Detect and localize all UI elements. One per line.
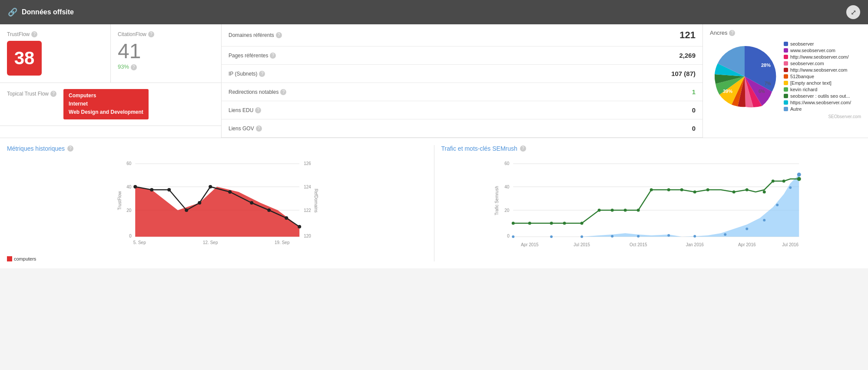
- kw-dot-16: [745, 188, 748, 192]
- domaines-row: Domaines référents ? 121: [222, 24, 702, 46]
- kw-dot-8: [623, 209, 626, 212]
- redirections-value: 1: [661, 88, 696, 96]
- tr-dot-5: [637, 235, 639, 238]
- tr-dot-2: [550, 235, 553, 238]
- ancres-panel: Ancres ?: [703, 24, 868, 138]
- metriques-legend: computers: [7, 256, 427, 261]
- domaines-value: 121: [661, 30, 696, 41]
- svg-text:122: 122: [304, 208, 311, 213]
- kw-dot-9: [636, 209, 639, 212]
- expand-button[interactable]: ⤢: [846, 5, 860, 19]
- svg-text:126: 126: [304, 161, 311, 166]
- tr-dot-6: [667, 234, 670, 237]
- svg-text:Apr 2016: Apr 2016: [738, 242, 755, 247]
- semrush-info-icon[interactable]: ?: [520, 145, 526, 152]
- legend-item: kevin richard: [784, 87, 851, 92]
- citationflow-info-icon[interactable]: ?: [148, 31, 154, 37]
- tr-dot-4: [611, 235, 613, 238]
- domaines-label: Domaines référents ?: [229, 32, 661, 38]
- dot-8: [250, 201, 253, 205]
- pages-label: Pages référentes ?: [229, 53, 661, 59]
- metriques-section: Métriques historiques ? 60 40 20 0 126 1…: [7, 145, 434, 261]
- metriques-title: Métriques historiques ?: [7, 145, 427, 152]
- ancres-info-icon[interactable]: ?: [729, 30, 735, 36]
- semrush-title: Trafic et mots-clés SEMrush ?: [441, 145, 861, 152]
- liens-gov-label: Liens GOV ?: [229, 126, 661, 132]
- legend-item: http://www.seobserver.com/: [784, 54, 851, 59]
- svg-text:60: 60: [504, 161, 510, 166]
- svg-text:60: 60: [126, 161, 132, 166]
- liens-edu-row: Liens EDU ? 0: [222, 101, 702, 119]
- expand-icon: ⤢: [851, 8, 856, 17]
- ip-info-icon[interactable]: ?: [259, 71, 265, 77]
- legend-item: https://www.seobserver.com/: [784, 100, 851, 105]
- legend-item: 512banque: [784, 74, 851, 79]
- redirections-label: Redirections notables ?: [229, 89, 661, 95]
- topical-info-icon[interactable]: ?: [50, 91, 56, 97]
- trustflow-label: TrustFlow ?: [7, 31, 103, 37]
- citationflow-label: CitationFlow ?: [118, 31, 214, 37]
- redirections-info-icon[interactable]: ?: [280, 89, 286, 95]
- keywords-line: [513, 179, 799, 223]
- pie-label-6: 6%: [759, 89, 765, 94]
- legend-color-swatch: [784, 94, 788, 98]
- kw-dot-12: [680, 188, 683, 192]
- legend-item-label: [Empty anchor text]: [790, 80, 832, 86]
- liens-gov-info-icon[interactable]: ?: [256, 126, 262, 132]
- svg-text:RefDomains: RefDomains: [314, 188, 318, 212]
- liens-gov-row: Liens GOV ? 0: [222, 119, 702, 138]
- computers-legend-color: [7, 256, 12, 261]
- svg-text:Trafic Semrush: Trafic Semrush: [494, 186, 499, 215]
- legend-item: seobserver: [784, 41, 851, 46]
- trustflow-info-icon[interactable]: ?: [31, 31, 37, 37]
- main-content: TrustFlow ? 38 CitationFlow ? 41 93% ?: [0, 24, 868, 138]
- metriques-chart: 60 40 20 0 126 124 122 120 RefDomains Tr…: [7, 157, 427, 253]
- citationflow-percent-info[interactable]: ?: [131, 64, 137, 70]
- tr-dot-7: [693, 235, 696, 238]
- topical-badge: Computers Internet Web Design and Develo…: [63, 89, 149, 119]
- dot-4: [185, 208, 188, 212]
- pages-value: 2,269: [661, 52, 696, 59]
- kw-dot-7: [610, 209, 613, 212]
- legend-item: http://www.seobserver.com: [784, 67, 851, 73]
- legend-color-swatch: [784, 42, 788, 46]
- liens-edu-info-icon[interactable]: ?: [255, 107, 261, 113]
- svg-text:0: 0: [507, 234, 510, 238]
- svg-text:20: 20: [504, 208, 510, 213]
- kw-dot-10: [649, 188, 653, 192]
- kw-dot-5: [580, 222, 583, 225]
- svg-text:20: 20: [126, 208, 132, 213]
- tr-dot-3: [580, 235, 583, 238]
- dot-11: [298, 225, 301, 228]
- domaines-info-icon[interactable]: ?: [276, 32, 282, 38]
- kw-dot-13: [693, 191, 696, 194]
- legend-color-swatch: [784, 107, 788, 111]
- svg-text:Oct 2015: Oct 2015: [629, 242, 647, 247]
- kw-dot-3: [550, 222, 553, 225]
- pie-chart: 28% 39% 7% 6%: [710, 42, 779, 111]
- metriques-info-icon[interactable]: ?: [67, 145, 73, 152]
- computers-legend-item: computers: [7, 256, 36, 261]
- legend-item-label: kevin richard: [790, 87, 817, 92]
- legend-color-swatch: [784, 68, 788, 72]
- kw-dot-19: [782, 180, 785, 183]
- semrush-svg: Trafic Semrush 60 40 20 0: [441, 157, 861, 253]
- tr-dot-12: [789, 186, 792, 189]
- pages-row: Pages référentes ? 2,269: [222, 46, 702, 65]
- dot-7: [228, 190, 232, 194]
- link-icon: 🔗: [8, 7, 17, 17]
- computers-legend-label: computers: [14, 256, 36, 261]
- svg-text:Apr 2015: Apr 2015: [520, 242, 538, 247]
- pie-label-28: 28%: [761, 63, 771, 68]
- pages-info-icon[interactable]: ?: [270, 53, 276, 59]
- page-title: Données offsite: [22, 8, 74, 16]
- kw-dot-11: [667, 188, 670, 192]
- citationflow-value: 41: [118, 41, 214, 62]
- topical-line1: Computers: [69, 92, 143, 100]
- citationflow-percent: 93% ?: [118, 63, 214, 70]
- svg-text:124: 124: [304, 185, 311, 189]
- seobserver-footer: SEObserver.com: [710, 114, 861, 119]
- legend-item-label: seobserver : outils seo out...: [790, 93, 850, 99]
- ancres-content: 28% 39% 7% 6% seobserverwww.seobserver.c…: [710, 41, 861, 112]
- legend-color-swatch: [784, 81, 788, 85]
